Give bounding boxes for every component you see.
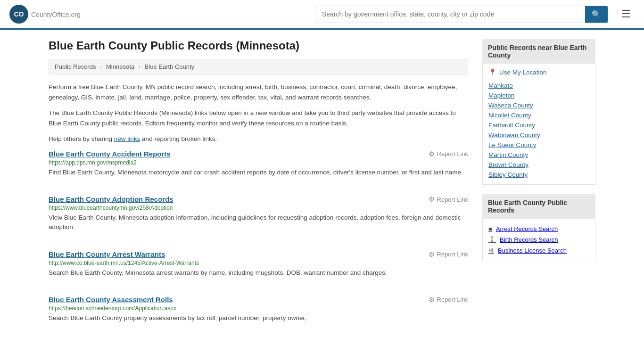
svg-text:CO: CO [14,10,24,18]
record-item: Blue Earth County Assessment Rolls ⚙ Rep… [49,296,468,328]
sidebar: Public Records near Blue Earth County 📍 … [482,39,595,341]
nearby-link-6[interactable]: Le Sueur County [488,140,589,150]
logo[interactable]: CO CountyOffice.org [9,5,81,24]
record-item: Blue Earth County Adoption Records ⚙ Rep… [49,195,468,237]
sidebar-record-link-2[interactable]: ⚙ Business License Search [488,245,589,256]
nearby-links-container: MankatoMapletonWaseca CountyNicollet Cou… [488,81,589,180]
report-icon-3: ⚙ [429,296,435,304]
record-desc-2: Search Blue Earth County, Minnesota arre… [49,268,468,278]
nearby-link-9[interactable]: Sibley County [488,170,589,180]
description-2: The Blue Earth County Public Records (Mi… [49,108,468,128]
report-icon-2: ⚙ [429,250,435,259]
sidebar-record-label-0[interactable]: Arrest Records Search [496,225,558,232]
record-desc-0: Find Blue Earth County, Minnesota motorc… [49,168,468,177]
nearby-link-3[interactable]: Nicollet County [488,110,589,120]
menu-button[interactable]: ☰ [618,6,635,22]
sidebar-record-icon-2: ⚙ [488,247,494,254]
breadcrumb-public-records[interactable]: Public Records [55,63,96,70]
report-icon-0: ⚙ [429,150,435,158]
search-icon: 🔍 [592,10,601,18]
record-item: Blue Earth County Arrest Warrants ⚙ Repo… [49,250,468,282]
main-content: Blue Earth County Public Records (Minnes… [49,39,468,341]
search-button[interactable]: 🔍 [585,6,608,23]
logo-text: CountyOffice.org [31,9,81,19]
nearby-section-title: Public Records near Blue Earth County [482,39,595,64]
report-link-2[interactable]: ⚙ Report Link [429,250,468,259]
records-list: Blue Earth County Accident Reports ⚙ Rep… [49,150,468,328]
record-title-1[interactable]: Blue Earth County Adoption Records [49,195,173,203]
search-input[interactable] [316,7,585,22]
record-title-0[interactable]: Blue Earth County Accident Reports [49,150,171,158]
nearby-link-2[interactable]: Waseca County [488,100,589,110]
use-my-location-button[interactable]: 📍 Use My Location [488,68,547,76]
report-link-1[interactable]: ⚙ Report Link [429,195,468,204]
record-desc-1: View Blue Earth County, Minnesota adopti… [49,213,468,232]
records-section-title: Blue Earth County Public Records [482,194,595,219]
record-item: Blue Earth County Accident Reports ⚙ Rep… [49,150,468,182]
record-title-3[interactable]: Blue Earth County Assessment Rolls [49,296,173,304]
breadcrumb: Public Records › Minnesota › Blue Earth … [49,59,468,74]
breadcrumb-blue-earth-county[interactable]: Blue Earth County [145,63,195,70]
report-link-3[interactable]: ⚙ Report Link [429,296,468,304]
description-1: Perform a free Blue Earth County, MN pub… [49,82,468,102]
record-desc-3: Search Blue Earth County property assess… [49,313,468,323]
nearby-link-1[interactable]: Mapleton [488,90,589,100]
records-section-body: ■ Arrest Records Search 🚶 Birth Records … [482,219,595,261]
record-title-2[interactable]: Blue Earth County Arrest Warrants [49,250,165,258]
new-links-link[interactable]: new links [114,135,140,142]
description-3: Help others by sharing new links and rep… [49,134,468,144]
breadcrumb-minnesota[interactable]: Minnesota [106,63,134,70]
record-url-3: https://beacon.schneidercorp.com/Applica… [49,305,468,312]
report-link-0[interactable]: ⚙ Report Link [429,150,468,158]
header: CO CountyOffice.org 🔍 ☰ [0,0,644,30]
nearby-section: Public Records near Blue Earth County 📍 … [482,39,595,185]
sidebar-record-icon-0: ■ [488,225,492,232]
record-url-2: http://www.co.blue-earth.mn.us/1245/Acti… [49,260,468,266]
nearby-link-5[interactable]: Watonwan County [488,130,589,140]
search-container: 🔍 [316,6,608,23]
nearby-link-0[interactable]: Mankato [488,81,589,90]
record-links-container: ■ Arrest Records Search 🚶 Birth Records … [488,223,589,256]
report-icon-1: ⚙ [429,195,435,204]
logo-icon: CO [9,5,28,24]
nearby-link-4[interactable]: Faribault County [488,120,589,130]
nearby-link-8[interactable]: Brown County [488,160,589,170]
sidebar-record-icon-1: 🚶 [488,236,496,243]
record-url-1: https://www.blueearthcountymn.gov/258/Ad… [49,205,468,211]
location-icon: 📍 [488,68,496,76]
sidebar-record-link-0[interactable]: ■ Arrest Records Search [488,223,589,234]
sidebar-record-link-1[interactable]: 🚶 Birth Records Search [488,234,589,245]
page-title: Blue Earth County Public Records (Minnes… [49,39,468,52]
nearby-link-7[interactable]: Martin County [488,150,589,160]
sidebar-record-label-1[interactable]: Birth Records Search [500,236,558,243]
records-section: Blue Earth County Public Records ■ Arres… [482,194,595,261]
nearby-section-body: 📍 Use My Location MankatoMapletonWaseca … [482,64,595,185]
sidebar-record-label-2[interactable]: Business License Search [498,247,567,254]
hamburger-icon: ☰ [621,8,631,20]
record-url-0: https://app.dps.mn.gov/mspmedia2 [49,159,468,166]
